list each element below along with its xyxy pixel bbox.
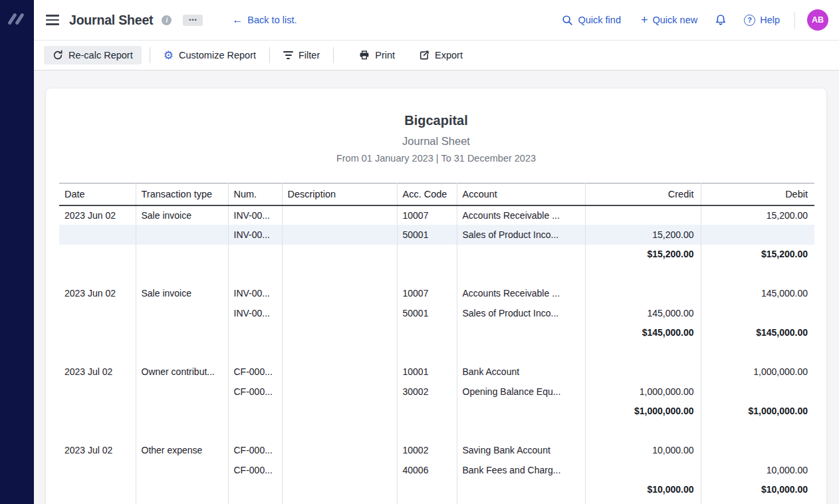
journal-table-body: 2023 Jun 02Sale invoiceINV-00...10007Acc…	[59, 205, 814, 504]
cell-credit	[585, 499, 701, 504]
hamburger-menu-icon[interactable]	[46, 12, 59, 28]
cell-date	[59, 225, 136, 245]
more-options-button[interactable]: •••	[183, 15, 203, 26]
cell-transaction-type	[136, 480, 228, 500]
cell-date	[59, 264, 136, 284]
cell-debit	[701, 303, 814, 323]
cell-transaction-type: Other expense	[136, 441, 228, 461]
journal-table-head: DateTransaction typeNum.DescriptionAcc. …	[59, 184, 814, 205]
recalc-report-button[interactable]: Re-calc Report	[44, 46, 142, 64]
cell-acc-code: 50001	[397, 225, 457, 245]
customize-report-button[interactable]: ⚙ Customize Report	[158, 46, 261, 65]
export-button[interactable]: Export	[414, 46, 468, 64]
quick-new-button[interactable]: + Quick new	[641, 14, 697, 26]
cell-num	[228, 421, 282, 441]
help-button[interactable]: ? Help	[744, 15, 780, 26]
bell-icon	[715, 14, 727, 26]
cell-transaction-type	[136, 342, 228, 362]
cell-acc-code	[397, 323, 457, 343]
cell-acc-code: 50001	[397, 303, 457, 323]
cell-description	[282, 499, 397, 504]
cell-debit: 10,000.00	[701, 460, 814, 480]
notifications-button[interactable]	[715, 14, 727, 26]
report-toolbar: Re-calc Report ⚙ Customize Report Filter…	[34, 41, 839, 70]
recalc-report-label: Re-calc Report	[68, 50, 133, 61]
cell-transaction-type	[136, 402, 228, 422]
header-divider	[794, 12, 795, 29]
cell-account	[457, 480, 585, 500]
cell-date	[59, 303, 136, 323]
journal-total-row: $10,000.00$10,000.00	[59, 480, 814, 500]
cell-account	[457, 402, 585, 422]
cell-account: Accounts Receivable ...	[457, 284, 585, 304]
question-icon: ?	[744, 15, 755, 26]
cell-transaction-type	[136, 245, 228, 265]
cell-num	[228, 264, 282, 284]
cell-description	[282, 323, 397, 343]
company-name: Bigcapital	[46, 111, 826, 130]
cell-description	[282, 421, 397, 441]
avatar[interactable]: AB	[807, 9, 828, 31]
cell-description	[282, 402, 397, 422]
cell-num: CF-000...	[228, 362, 282, 382]
cell-date: 2023 Jun 02	[59, 205, 136, 225]
cell-debit	[701, 342, 814, 362]
cell-num: CF-000...	[228, 460, 282, 480]
spacer-row	[59, 421, 814, 441]
cell-account: Bank Fees and Charg...	[457, 460, 585, 480]
cell-transaction-type	[136, 382, 228, 402]
filter-label: Filter	[299, 50, 320, 61]
cell-description	[282, 382, 397, 402]
back-to-list-link[interactable]: ← Back to list.	[232, 15, 297, 25]
cell-date	[59, 460, 136, 480]
cell-description	[282, 362, 397, 382]
col-header-description: Description	[282, 184, 397, 205]
cell-credit	[585, 460, 701, 480]
cell-num	[228, 245, 282, 265]
gear-icon: ⚙	[164, 50, 174, 61]
spacer-row	[59, 499, 814, 504]
cell-debit	[701, 264, 814, 284]
col-header-credit: Credit	[585, 184, 701, 205]
cell-acc-code: 10002	[397, 441, 457, 461]
cell-account: Accounts Receivable ...	[457, 205, 585, 225]
cell-acc-code	[397, 402, 457, 422]
cell-transaction-type	[136, 323, 228, 343]
cell-num	[228, 480, 282, 500]
cell-debit: $10,000.00	[701, 480, 814, 500]
cell-acc-code: 10001	[397, 362, 457, 382]
cell-date: 2023 Jul 02	[59, 362, 136, 382]
toolbar-divider	[150, 47, 150, 63]
info-icon[interactable]: i	[162, 15, 172, 25]
toolbar-divider	[269, 47, 270, 63]
cell-credit	[585, 362, 701, 382]
col-header-transaction-type: Transaction type	[136, 184, 228, 205]
cell-debit: $15,200.00	[701, 245, 814, 265]
cell-account: Bank Account	[457, 362, 585, 382]
cell-description	[282, 284, 397, 304]
cell-account: Saving Bank Account	[457, 441, 585, 461]
quick-find-button[interactable]: Quick find	[562, 15, 620, 26]
cell-transaction-type	[136, 499, 228, 504]
printer-icon	[359, 50, 370, 61]
cell-transaction-type	[136, 264, 228, 284]
app-logo[interactable]	[7, 11, 27, 27]
export-label: Export	[435, 50, 463, 61]
filter-button[interactable]: Filter	[278, 45, 325, 65]
cell-description	[282, 225, 397, 245]
cell-date	[59, 323, 136, 343]
col-header-debit: Debit	[701, 184, 814, 205]
cell-debit	[701, 441, 814, 461]
cell-num: CF-000...	[228, 382, 282, 402]
cell-credit: $145,000.00	[585, 323, 701, 343]
cell-debit: 145,000.00	[701, 284, 814, 304]
cell-description	[282, 480, 397, 500]
print-button[interactable]: Print	[354, 46, 400, 64]
top-header: Journal Sheet i ••• ← Back to list. Quic…	[34, 0, 839, 41]
journal-entry-row: 2023 Jul 02Other expenseCF-000...10002Sa…	[59, 441, 814, 461]
cell-credit: $1,000,000.00	[585, 402, 701, 422]
cell-description	[282, 303, 397, 323]
cell-account: Sales of Product Inco...	[457, 225, 585, 245]
cell-debit	[701, 225, 814, 245]
cell-credit	[585, 284, 701, 304]
